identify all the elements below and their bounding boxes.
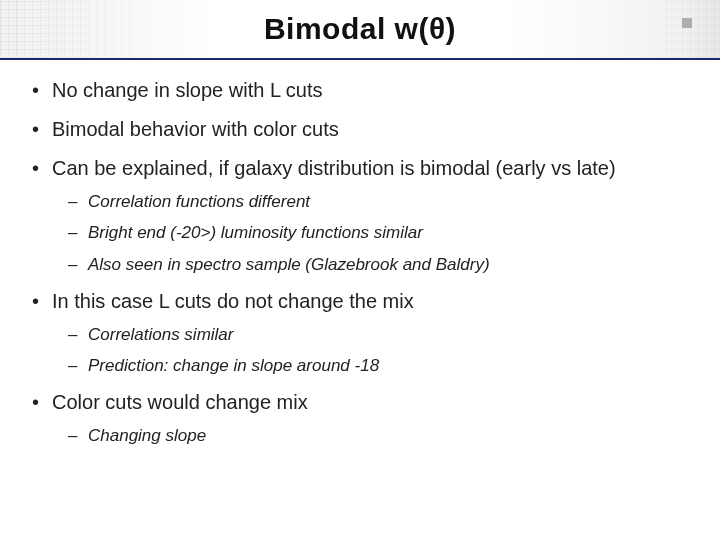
- sub-list-item: Prediction: change in slope around -18: [52, 355, 692, 376]
- sub-bullet-text: Changing slope: [88, 426, 206, 445]
- decorative-grid-left: [0, 0, 150, 58]
- sub-bullet-text: Correlation functions different: [88, 192, 310, 211]
- decorative-square-icon: [682, 18, 692, 28]
- title-bar: Bimodal w(θ): [0, 0, 720, 60]
- sub-list-item: Bright end (-20>) luminosity functions s…: [52, 222, 692, 243]
- list-item: Bimodal behavior with color cuts: [28, 117, 692, 142]
- slide-title: Bimodal w(θ): [264, 12, 456, 46]
- bullet-list: No change in slope with L cuts Bimodal b…: [28, 78, 692, 447]
- list-item: Can be explained, if galaxy distribution…: [28, 156, 692, 275]
- sub-bullet-list: Correlation functions different Bright e…: [52, 191, 692, 275]
- sub-list-item: Correlations similar: [52, 324, 692, 345]
- bullet-text: Bimodal behavior with color cuts: [52, 118, 339, 140]
- decorative-grid-right: [610, 0, 720, 58]
- sub-list-item: Also seen in spectro sample (Glazebrook …: [52, 254, 692, 275]
- sub-bullet-list: Correlations similar Prediction: change …: [52, 324, 692, 377]
- sub-list-item: Correlation functions different: [52, 191, 692, 212]
- bullet-text: Color cuts would change mix: [52, 391, 308, 413]
- list-item: In this case L cuts do not change the mi…: [28, 289, 692, 377]
- bullet-text: No change in slope with L cuts: [52, 79, 323, 101]
- sub-bullet-list: Changing slope: [52, 425, 692, 446]
- sub-bullet-text: Prediction: change in slope around -18: [88, 356, 379, 375]
- bullet-text: Can be explained, if galaxy distribution…: [52, 157, 616, 179]
- sub-list-item: Changing slope: [52, 425, 692, 446]
- slide-content: No change in slope with L cuts Bimodal b…: [0, 60, 720, 471]
- list-item: Color cuts would change mix Changing slo…: [28, 390, 692, 446]
- sub-bullet-text: Also seen in spectro sample (Glazebrook …: [88, 255, 490, 274]
- list-item: No change in slope with L cuts: [28, 78, 692, 103]
- bullet-text: In this case L cuts do not change the mi…: [52, 290, 414, 312]
- sub-bullet-text: Correlations similar: [88, 325, 233, 344]
- sub-bullet-text: Bright end (-20>) luminosity functions s…: [88, 223, 423, 242]
